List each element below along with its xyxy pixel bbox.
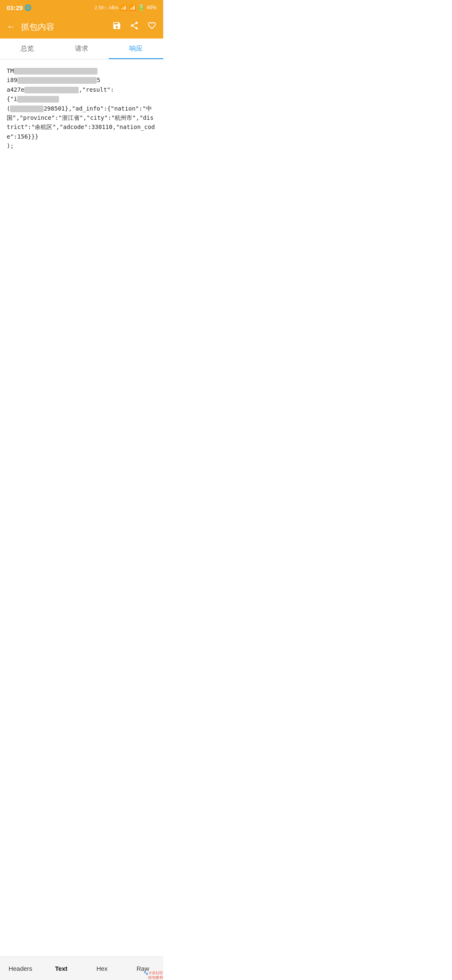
line4-blurred (17, 96, 59, 103)
line3-blurred (24, 87, 79, 93)
tabs-container: 总览 请求 响应 (0, 39, 163, 59)
network-speed: 2.58↑↓ kB/s (95, 5, 118, 10)
line5-prefix-partial: ( (7, 105, 10, 112)
line6-content: ); (7, 142, 14, 149)
status-icons: 2.58↑↓ kB/s 📶 📶 🔋 46% (95, 4, 157, 11)
line2-blurred (17, 77, 97, 84)
share-button[interactable] (130, 21, 139, 33)
app-bar: ← 抓包内容 (0, 15, 163, 39)
response-line-1: TM (7, 66, 157, 75)
response-line-6: ); (7, 141, 157, 150)
back-button[interactable]: ← (7, 21, 16, 32)
response-line-5: ( 298501},"ad_info":{"nation":"中国","prov… (7, 104, 157, 142)
save-button[interactable] (112, 21, 121, 33)
status-time: 03:29 🌐 (7, 4, 31, 11)
battery-icon: 🔋 (138, 4, 145, 11)
tab-request[interactable]: 请求 (54, 39, 109, 59)
favorite-button[interactable] (147, 21, 157, 33)
time-display: 03:29 (7, 4, 23, 11)
line3-prefix: a427e (7, 86, 24, 93)
battery-level: 46% (146, 5, 157, 10)
signal-icon: 📶 (129, 4, 136, 11)
wifi-icon: 📶 (120, 4, 127, 11)
response-line-3: a427e ,"result": (7, 85, 157, 94)
response-line-4: {"i (7, 94, 157, 103)
content-area: TM i89 5 a427e ,"result": {"i ( 298501},… (0, 59, 163, 311)
line3-suffix: ,"result": (79, 86, 114, 93)
line4-prefix: {"i (7, 95, 17, 102)
line5-blurred (10, 106, 44, 112)
line2-prefix: i89 (7, 77, 17, 83)
line2-suffix: 5 (97, 77, 100, 83)
response-line-2: i89 5 (7, 75, 157, 85)
response-body: TM i89 5 a427e ,"result": {"i ( 298501},… (7, 66, 157, 151)
line1-blurred (14, 68, 98, 75)
page-title: 抓包内容 (21, 21, 112, 33)
app-bar-actions (112, 21, 157, 33)
tab-response[interactable]: 响应 (109, 39, 163, 59)
status-bar: 03:29 🌐 2.58↑↓ kB/s 📶 📶 🔋 46% (0, 0, 163, 15)
tab-overview[interactable]: 总览 (0, 39, 54, 59)
line1-prefix: TM (7, 67, 14, 74)
